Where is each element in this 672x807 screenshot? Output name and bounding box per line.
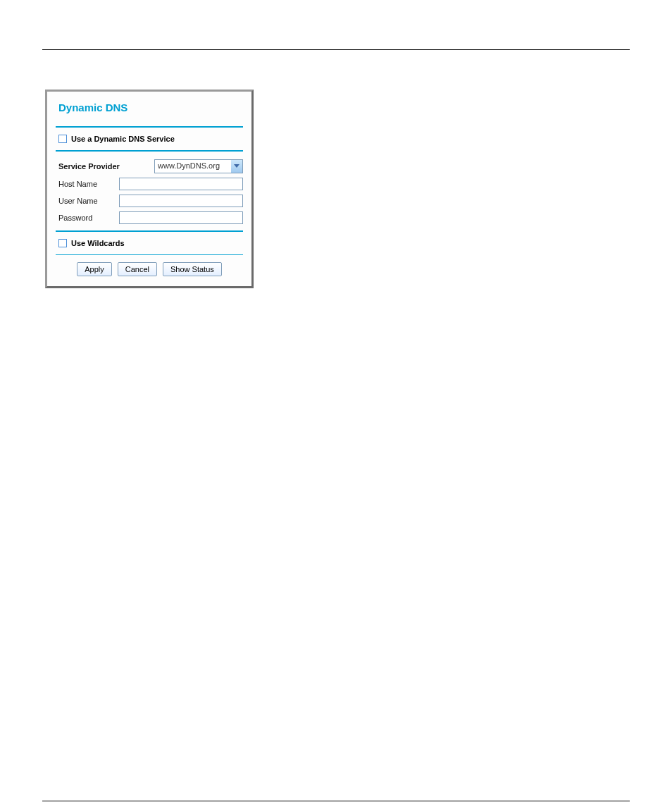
use-dynamic-dns-label: Use a Dynamic DNS Service (71, 135, 175, 143)
use-service-section: Use a Dynamic DNS Service (56, 128, 243, 150)
user-name-input[interactable] (119, 195, 243, 207)
panel-title: Dynamic DNS (56, 97, 243, 126)
host-name-input[interactable] (119, 178, 243, 190)
show-status-button[interactable]: Show Status (163, 262, 222, 276)
page-divider-bottom (42, 801, 630, 801)
page-divider-top (42, 49, 630, 50)
use-dynamic-dns-checkbox[interactable] (58, 135, 67, 143)
cancel-button[interactable]: Cancel (118, 262, 157, 276)
button-row: Apply Cancel Show Status (56, 255, 243, 276)
apply-button[interactable]: Apply (77, 262, 112, 276)
dynamic-dns-panel: Dynamic DNS Use a Dynamic DNS Service Se… (45, 90, 254, 288)
password-row: Password (58, 209, 243, 226)
use-wildcards-checkbox[interactable] (58, 239, 67, 247)
service-provider-select[interactable]: www.DynDNS.org (154, 159, 243, 173)
host-name-row: Host Name (58, 175, 243, 192)
wildcards-section: Use Wildcards (56, 232, 243, 254)
password-input[interactable] (119, 211, 243, 224)
service-provider-row: Service Provider www.DynDNS.org (58, 157, 243, 175)
service-provider-label: Service Provider (58, 162, 120, 171)
service-provider-value: www.DynDNS.org (155, 160, 231, 173)
password-label: Password (58, 214, 119, 222)
chevron-down-icon (231, 160, 242, 173)
user-name-row: User Name (58, 192, 243, 209)
user-name-label: User Name (58, 197, 119, 205)
provider-section: Service Provider www.DynDNS.org Host Nam… (56, 152, 243, 230)
host-name-label: Host Name (58, 180, 119, 188)
use-wildcards-label: Use Wildcards (71, 239, 125, 247)
page: Dynamic DNS Use a Dynamic DNS Service Se… (0, 49, 672, 807)
